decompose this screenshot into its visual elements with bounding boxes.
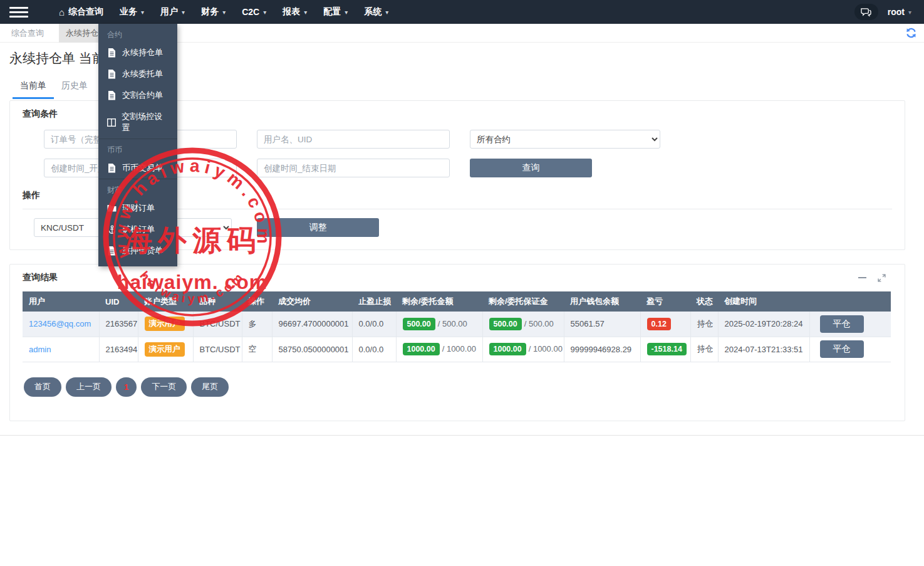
user-link[interactable]: admin bbox=[29, 345, 51, 354]
nav-item-config[interactable]: 配置 ▾ bbox=[315, 0, 356, 24]
adjust-button[interactable]: 调整 bbox=[257, 218, 379, 237]
nav-item-label: 业务 bbox=[120, 6, 137, 18]
home-icon: ⌂ bbox=[59, 8, 65, 17]
menu-item-delivery-control[interactable]: 交割场控设置 bbox=[98, 106, 177, 139]
col-avg-price: 成交均价 bbox=[272, 291, 352, 312]
col-actions bbox=[809, 291, 891, 312]
col-user: 用户 bbox=[23, 291, 99, 312]
page-prev-button[interactable]: 上一页 bbox=[66, 377, 112, 397]
table-row: 123456@qq.com 2163567 演示用户 BTC/USDT 多 96… bbox=[23, 312, 891, 337]
nav-item-label: 综合查询 bbox=[68, 6, 103, 18]
chevron-down-icon: ▾ bbox=[182, 9, 185, 16]
results-heading: 查询结果 bbox=[23, 272, 58, 283]
page-next-button[interactable]: 下一页 bbox=[141, 377, 187, 397]
user-link[interactable]: 123456@qq.com bbox=[29, 319, 91, 328]
status-cell: 持仓 bbox=[690, 337, 718, 362]
nav-item-reports[interactable]: 报表 ▾ bbox=[274, 0, 315, 24]
chat-icon bbox=[860, 8, 872, 17]
nav-item-system[interactable]: 系统 ▾ bbox=[356, 0, 397, 24]
business-dropdown-menu: 合约 永续持仓单 永续委托单 交割合约单 交割场控设置 币币 bbox=[98, 24, 177, 266]
amount-cell: 1000.00/ 1000.00 bbox=[396, 337, 482, 362]
nav-item-users[interactable]: 用户 ▾ bbox=[152, 0, 193, 24]
col-created: 创建时间 bbox=[718, 291, 809, 312]
nav-item-finance[interactable]: 财务 ▾ bbox=[193, 0, 234, 24]
username-uid-input[interactable] bbox=[257, 130, 450, 149]
panel-tools bbox=[858, 274, 886, 282]
tp-sl-cell: 0.0/0.0 bbox=[352, 337, 396, 362]
table-row: admin 2163494 演示用户 BTC/USDT 空 58750.0500… bbox=[23, 337, 891, 362]
pagination: 首页 上一页 1 下一页 尾页 bbox=[24, 377, 892, 397]
col-direction: 操作 bbox=[242, 291, 272, 312]
margin-total: / 1000.00 bbox=[529, 344, 563, 354]
file-icon bbox=[107, 91, 117, 100]
menu-item-label: 币币交易单 bbox=[122, 162, 163, 174]
breadcrumb-tab-overview[interactable]: 综合查询 bbox=[11, 28, 44, 39]
chat-button[interactable] bbox=[854, 4, 878, 20]
amount-cell: 500.00/ 500.00 bbox=[396, 312, 482, 337]
account-type-badge: 演示用户 bbox=[145, 317, 185, 331]
margin-badge: 500.00 bbox=[489, 318, 522, 330]
nav-links: ⌂ 综合查询 业务 ▾ 用户 ▾ 财务 ▾ C2C ▾ 报表 ▾ 配置 ▾ 系统 bbox=[51, 0, 397, 24]
nav-item-overview[interactable]: ⌂ 综合查询 bbox=[51, 0, 112, 24]
nav-item-label: 财务 bbox=[201, 6, 219, 18]
expand-icon[interactable] bbox=[878, 274, 886, 282]
menu-item-label: 永续持仓单 bbox=[122, 47, 163, 58]
results-header: 查询结果 bbox=[23, 272, 892, 283]
refresh-icon bbox=[906, 28, 916, 38]
menu-item-perpetual-positions[interactable]: 永续持仓单 bbox=[98, 42, 177, 63]
nav-item-label: 系统 bbox=[364, 6, 382, 18]
margin-cell: 500.00/ 500.00 bbox=[482, 312, 564, 337]
direction-cell: 多 bbox=[242, 312, 272, 337]
col-wallet: 用户钱包余额 bbox=[564, 291, 640, 312]
margin-cell: 1000.00/ 1000.00 bbox=[482, 337, 564, 362]
dropdown-section-contracts: 合约 永续持仓单 永续委托单 交割合约单 交割场控设置 bbox=[98, 24, 177, 139]
columns-icon bbox=[107, 118, 116, 127]
results-panel: 查询结果 用户 UID 账户类型 品种 bbox=[9, 264, 905, 421]
end-date-input[interactable] bbox=[257, 159, 450, 177]
page-first-button[interactable]: 首页 bbox=[24, 377, 61, 397]
nav-item-label: C2C bbox=[242, 7, 259, 17]
menu-item-label: 质押借贷单 bbox=[122, 245, 163, 256]
menu-item-label: 永续委托单 bbox=[122, 68, 163, 80]
footer-divider bbox=[0, 435, 924, 436]
amount-total: / 1000.00 bbox=[442, 344, 476, 354]
refresh-button[interactable] bbox=[906, 28, 916, 38]
tab-history-orders[interactable]: 历史单 bbox=[54, 80, 95, 99]
close-position-button[interactable]: 平仓 bbox=[820, 340, 864, 358]
search-button[interactable]: 查询 bbox=[470, 159, 592, 177]
chevron-down-icon: ▾ bbox=[385, 9, 388, 16]
menu-item-label: 矿机订单 bbox=[122, 224, 155, 235]
menu-item-miner-orders[interactable]: 矿机订单 bbox=[98, 219, 177, 240]
col-status: 状态 bbox=[690, 291, 718, 312]
chevron-down-icon: ▾ bbox=[304, 9, 307, 16]
col-tp-sl: 止盈止损 bbox=[352, 291, 396, 312]
close-position-button[interactable]: 平仓 bbox=[820, 315, 864, 333]
nav-item-label: 配置 bbox=[323, 6, 341, 18]
avg-price-cell: 58750.0500000001 bbox=[272, 337, 352, 362]
amount-total: / 500.00 bbox=[438, 319, 467, 328]
col-margin: 剩余/委托保证金 bbox=[482, 291, 564, 312]
menu-item-wealth-orders[interactable]: 理财订单 bbox=[98, 197, 177, 219]
user-menu[interactable]: root ▾ bbox=[888, 7, 911, 17]
wallet-cell: 99999946928.29 bbox=[564, 337, 640, 362]
avg-price-cell: 96697.4700000001 bbox=[272, 312, 352, 337]
margin-badge: 1000.00 bbox=[489, 343, 526, 355]
pnl-badge: 0.12 bbox=[647, 318, 671, 330]
menu-item-spot-trades[interactable]: 币币交易单 bbox=[98, 157, 177, 179]
contract-select[interactable]: 所有合约 bbox=[470, 130, 660, 149]
nav-item-c2c[interactable]: C2C ▾ bbox=[234, 0, 274, 24]
page-last-button[interactable]: 尾页 bbox=[191, 377, 229, 397]
menu-item-delivery-contracts[interactable]: 交割合约单 bbox=[98, 85, 177, 106]
chevron-down-icon: ▾ bbox=[345, 9, 348, 16]
page-current-button[interactable]: 1 bbox=[116, 377, 137, 397]
nav-item-business[interactable]: 业务 ▾ bbox=[112, 0, 152, 24]
menu-item-pledge-loans[interactable]: 质押借贷单 bbox=[98, 240, 177, 261]
chevron-down-icon: ▾ bbox=[908, 9, 911, 16]
minimize-icon[interactable] bbox=[858, 277, 866, 278]
tab-current-orders[interactable]: 当前单 bbox=[13, 80, 54, 99]
amount-badge: 500.00 bbox=[403, 318, 435, 330]
dropdown-section-spot: 币币 币币交易单 bbox=[98, 139, 177, 179]
hamburger-icon[interactable] bbox=[9, 4, 28, 20]
chevron-down-icon: ▾ bbox=[222, 9, 226, 16]
menu-item-perpetual-orders[interactable]: 永续委托单 bbox=[98, 63, 177, 85]
